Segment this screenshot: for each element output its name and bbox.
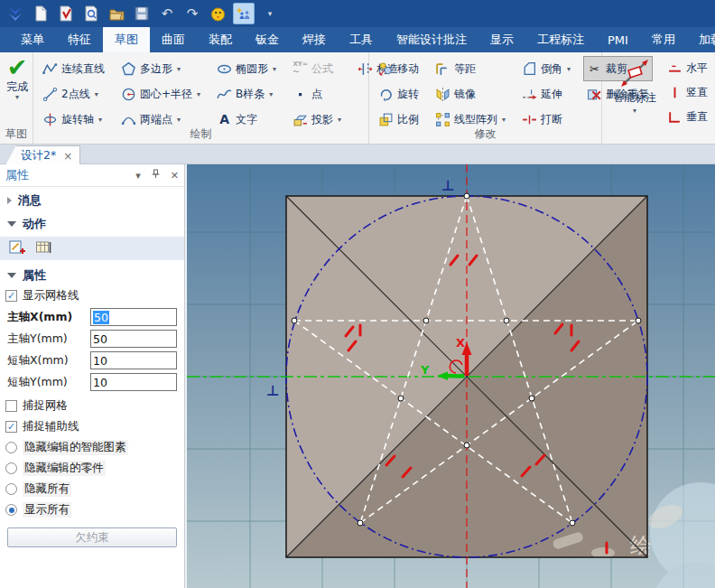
polygon-icon bbox=[121, 61, 136, 77]
tab-display[interactable]: 显示 bbox=[478, 27, 525, 52]
point-button[interactable]: 点 bbox=[289, 81, 345, 107]
tab-sketch[interactable]: 草图 bbox=[103, 27, 150, 52]
smart-dimension-caret-icon[interactable]: ▾ bbox=[633, 108, 636, 114]
polyline-button[interactable]: 连续直线 bbox=[39, 56, 108, 81]
section-properties[interactable]: 属性 bbox=[0, 266, 184, 285]
menu-tab-bar: 菜单 特征 草图 曲面 装配 钣金 焊接 工具 智能设计批注 显示 工程标注 P… bbox=[0, 27, 715, 52]
offset-button[interactable]: 等距 bbox=[432, 56, 509, 81]
tab-menu[interactable]: 菜单 bbox=[9, 27, 56, 52]
rotate-button[interactable]: 旋转 bbox=[375, 81, 422, 107]
scale-icon bbox=[378, 112, 394, 127]
major-x-input[interactable]: 50 bbox=[90, 308, 177, 326]
show-all-radio[interactable] bbox=[5, 504, 17, 516]
app-logo-icon[interactable] bbox=[5, 4, 25, 23]
tab-common[interactable]: 常用 bbox=[640, 27, 687, 52]
action-icons-row bbox=[0, 237, 184, 260]
undo-icon[interactable]: ↶ bbox=[157, 4, 177, 23]
x-axis-label: X bbox=[456, 336, 465, 350]
tab-close-icon[interactable]: × bbox=[63, 150, 72, 163]
panel-pin-icon[interactable] bbox=[152, 169, 160, 182]
edit-table-action-icon[interactable] bbox=[35, 239, 52, 258]
panel-title: 属性 bbox=[5, 167, 125, 183]
snap-guides-checkbox[interactable]: ✓ bbox=[5, 421, 17, 433]
chamfer-icon bbox=[522, 61, 537, 77]
under-constrained-button[interactable]: 欠约束 bbox=[7, 527, 177, 547]
formula-button: XY=〜 公式 bbox=[289, 56, 345, 81]
section-messages[interactable]: 消息 bbox=[0, 187, 184, 210]
minor-y-field-row: 短轴Y(mm) 10 bbox=[0, 371, 184, 393]
bspline-button[interactable]: B样条 bbox=[213, 81, 280, 107]
tab-weld[interactable]: 焊接 bbox=[291, 27, 338, 52]
ribbon-group-modify: 移动 旋转 比例 等距 镜像 bbox=[369, 52, 602, 144]
linear-pattern-icon bbox=[435, 112, 450, 127]
tab-tools[interactable]: 工具 bbox=[338, 27, 385, 52]
extend-button[interactable]: 延伸 bbox=[518, 81, 574, 107]
smart-pick-icon[interactable] bbox=[233, 3, 255, 24]
two-point-line-icon bbox=[42, 87, 58, 102]
minor-y-input[interactable]: 10 bbox=[90, 373, 177, 391]
vertical-dim-icon bbox=[667, 85, 682, 100]
perpendicular-symbol-top: ⊥ bbox=[441, 177, 455, 194]
tab-smart-annotation[interactable]: 智能设计批注 bbox=[385, 27, 478, 52]
tab-load[interactable]: 加载 bbox=[687, 27, 715, 52]
assistant-icon[interactable] bbox=[208, 4, 228, 23]
sketch-canvas[interactable]: 绘 bbox=[187, 164, 715, 588]
save-icon[interactable] bbox=[132, 4, 152, 23]
tab-sheetmetal[interactable]: 钣金 bbox=[244, 27, 291, 52]
document-tab-design2[interactable]: 设计2* × bbox=[5, 145, 80, 165]
arc-icon bbox=[121, 112, 136, 127]
smart-dimension-button[interactable]: 智能标注 ▾ bbox=[608, 56, 662, 129]
ellipse-button[interactable]: 椭圆形 bbox=[213, 56, 280, 81]
open-folder-icon[interactable] bbox=[107, 4, 126, 23]
horizontal-dim-button[interactable]: 水平 bbox=[664, 56, 711, 80]
expanded-triangle-icon bbox=[7, 273, 16, 278]
sketch-drawing: 绘 bbox=[187, 164, 715, 588]
snap-grid-checkbox-row: 捕捉网格 bbox=[0, 396, 184, 416]
two-point-line-button[interactable]: 2点线 bbox=[39, 81, 108, 107]
perpendicular-symbol-left: ⊥ bbox=[266, 382, 280, 399]
redo-icon[interactable]: ↷ bbox=[182, 4, 202, 23]
import-file-icon[interactable] bbox=[56, 4, 76, 23]
tab-engineering-dim[interactable]: 工程标注 bbox=[525, 27, 596, 52]
vertical-dim-button[interactable]: 竖直 bbox=[664, 80, 711, 105]
hide-smart-elements-radio[interactable] bbox=[5, 442, 17, 453]
major-y-input[interactable]: 50 bbox=[90, 330, 177, 348]
circle-center-radius-button[interactable]: 圆心+半径 bbox=[117, 81, 204, 107]
show-grid-checkbox[interactable]: ✓ bbox=[5, 290, 17, 302]
section-actions[interactable]: 动作 bbox=[0, 210, 184, 234]
offset-icon bbox=[435, 61, 450, 77]
mirror-button[interactable]: 镜像 bbox=[432, 81, 509, 107]
chamfer-button[interactable]: 倒角 bbox=[518, 56, 574, 81]
new-file-icon[interactable] bbox=[31, 4, 51, 23]
perpendicular-dim-button[interactable]: 垂直 bbox=[664, 105, 711, 129]
ribbon: ✔ 完成 ▾ 草图 连续直线 2点线 旋转轴 bbox=[0, 52, 715, 145]
tab-pmi[interactable]: PMI bbox=[596, 27, 640, 52]
show-all-radio-row: 显示所有 bbox=[0, 499, 184, 520]
finish-check-icon[interactable]: ✔ bbox=[7, 56, 28, 79]
polygon-button[interactable]: 多边形 bbox=[117, 56, 204, 81]
snap-guides-checkbox-row: ✓ 捕捉辅助线 bbox=[0, 416, 184, 437]
move-button[interactable]: 移动 bbox=[375, 56, 422, 81]
point-icon bbox=[292, 87, 308, 102]
mirror-icon bbox=[435, 87, 450, 102]
cad-application-window: { "titlebar": { "icons": [ {"name":"app-… bbox=[0, 0, 715, 588]
horizontal-dim-icon bbox=[667, 61, 682, 76]
panel-collapse-icon[interactable]: ▾ bbox=[135, 170, 141, 182]
hide-edited-parts-radio[interactable] bbox=[5, 462, 17, 474]
hide-all-radio[interactable] bbox=[5, 483, 17, 495]
tab-feature[interactable]: 特征 bbox=[56, 27, 103, 52]
hide-edited-parts-radio-row: 隐藏编辑的零件 bbox=[0, 458, 184, 479]
move-icon bbox=[378, 61, 394, 77]
tab-surface[interactable]: 曲面 bbox=[150, 27, 197, 52]
snap-grid-checkbox[interactable] bbox=[5, 400, 17, 412]
extend-icon bbox=[522, 87, 537, 102]
minor-x-input[interactable]: 10 bbox=[90, 351, 177, 369]
finish-caret-icon[interactable]: ▾ bbox=[15, 95, 19, 100]
quick-access-more-icon[interactable]: ▾ bbox=[260, 4, 280, 23]
edit-sketch-action-icon[interactable] bbox=[9, 239, 26, 258]
panel-header: 属性 ▾ ✕ bbox=[0, 164, 184, 187]
collapsed-triangle-icon bbox=[7, 197, 12, 204]
panel-close-icon[interactable]: ✕ bbox=[171, 170, 179, 182]
preview-icon[interactable] bbox=[81, 4, 101, 23]
tab-assembly[interactable]: 装配 bbox=[197, 27, 244, 52]
